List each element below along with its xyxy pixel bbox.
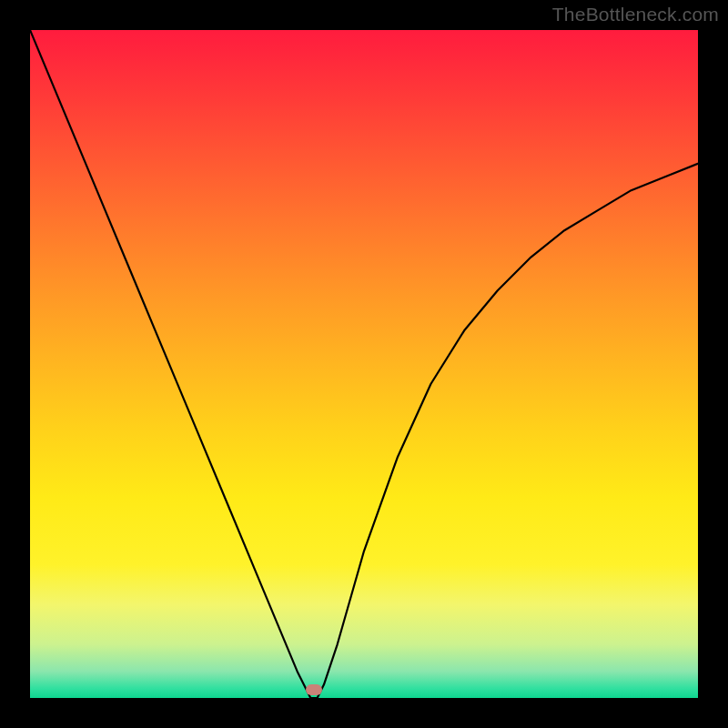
chart-frame: TheBottleneck.com	[0, 0, 728, 728]
optimal-point-marker	[306, 684, 322, 695]
bottleneck-curve	[30, 30, 698, 698]
plot-area	[30, 30, 698, 698]
attribution-text: TheBottleneck.com	[552, 4, 719, 25]
